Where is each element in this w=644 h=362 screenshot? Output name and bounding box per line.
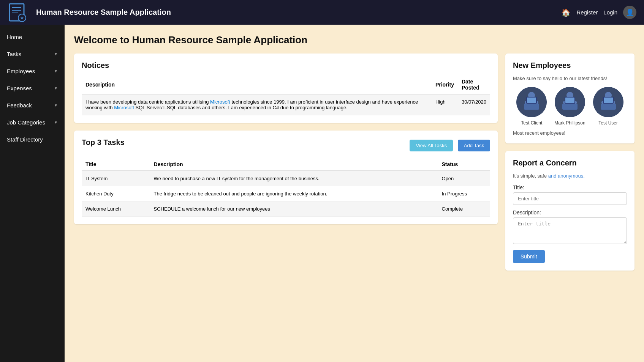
task-status: Open bbox=[438, 171, 490, 186]
add-task-button[interactable]: Add Task bbox=[458, 140, 490, 151]
new-employees-title: New Employees bbox=[513, 61, 627, 70]
tasks-col-description: Description bbox=[150, 158, 438, 171]
tasks-col-status: Status bbox=[438, 158, 490, 171]
sidebar-item-label: Tasks bbox=[7, 51, 21, 57]
concern-subtitle-link: and anonymous. bbox=[548, 173, 585, 179]
table-row: I have been developing data centric appl… bbox=[82, 94, 490, 115]
svg-rect-12 bbox=[527, 98, 536, 103]
notices-title: Notices bbox=[82, 61, 490, 70]
notice-date: 30/07/2020 bbox=[458, 94, 490, 115]
report-concern-subtitle: It's simple, safe and anonymous. bbox=[513, 173, 627, 179]
svg-rect-23 bbox=[601, 104, 616, 110]
employee-avatars: Test Client Mark Phillipson bbox=[513, 87, 627, 126]
submit-button[interactable]: Submit bbox=[513, 250, 545, 263]
notices-col-priority: Priority bbox=[432, 76, 458, 94]
sidebar-item-label: Home bbox=[7, 34, 22, 40]
top-nav: ★ Human Resource Sample Application 🏠 Re… bbox=[0, 0, 644, 25]
nav-links: 🏠 Register Login 👤 bbox=[561, 6, 636, 19]
report-concern-card: Report a Concern It's simple, safe and a… bbox=[505, 151, 635, 271]
tasks-header: Top 3 Tasks View All Tasks Add Task bbox=[82, 138, 490, 153]
avatar-icon bbox=[516, 87, 547, 117]
logo: ★ bbox=[8, 2, 28, 23]
tasks-title: Top 3 Tasks bbox=[82, 138, 125, 147]
notices-card: Notices Description Priority DatePosted … bbox=[74, 54, 498, 123]
avatar-icon bbox=[593, 87, 623, 117]
task-description: SCHEDULE a welcome lunch for our new emp… bbox=[150, 201, 438, 217]
login-link[interactable]: Login bbox=[603, 9, 617, 16]
task-description: The fridge needs to be cleaned out and p… bbox=[150, 186, 438, 201]
notice-description: I have been developing data centric appl… bbox=[82, 94, 432, 115]
task-title: Kitchen Duty bbox=[82, 186, 150, 201]
register-link[interactable]: Register bbox=[576, 9, 598, 16]
sidebar-item-employees[interactable]: Employees▼ bbox=[0, 63, 65, 80]
sidebar-item-label: Employees bbox=[7, 68, 35, 74]
sidebar-item-home[interactable]: Home bbox=[0, 28, 65, 46]
concern-subtitle-text: It's simple, safe bbox=[513, 173, 548, 179]
svg-rect-9 bbox=[524, 104, 539, 110]
employee-name: Mark Phillipson bbox=[554, 120, 585, 126]
task-description: We need to purchase a new IT system for … bbox=[150, 171, 438, 186]
tasks-buttons: View All Tasks Add Task bbox=[410, 140, 490, 151]
table-row: IT System We need to purchase a new IT s… bbox=[82, 171, 490, 186]
tasks-table: Title Description Status IT System We ne… bbox=[82, 158, 490, 217]
app-logo-icon: ★ bbox=[8, 2, 28, 23]
employee-avatar: Test Client bbox=[516, 87, 547, 126]
employee-avatar: Mark Phillipson bbox=[554, 87, 585, 126]
sidebar-item-staff-directory[interactable]: Staff Directory bbox=[0, 131, 65, 148]
sidebar-item-feedback[interactable]: Feedback▼ bbox=[0, 97, 65, 114]
table-row: Welcome Lunch SCHEDULE a welcome lunch f… bbox=[82, 201, 490, 217]
notices-col-description: Description bbox=[82, 76, 432, 94]
svg-rect-16 bbox=[562, 104, 578, 110]
tasks-col-title: Title bbox=[82, 158, 150, 171]
notices-table: Description Priority DatePosted I have b… bbox=[82, 76, 490, 115]
employee-name: Test Client bbox=[521, 120, 542, 126]
task-status: Complete bbox=[438, 201, 490, 217]
sidebar-item-label: Expenses bbox=[7, 85, 32, 91]
new-employees-card: New Employees Make sure to say hello to … bbox=[505, 54, 635, 143]
concern-description-textarea[interactable] bbox=[513, 217, 627, 244]
employee-avatar: Test User bbox=[593, 87, 623, 126]
content-grid: Notices Description Priority DatePosted … bbox=[74, 54, 635, 271]
task-title: Welcome Lunch bbox=[82, 201, 150, 217]
title-label: Title: bbox=[513, 184, 627, 190]
home-icon[interactable]: 🏠 bbox=[561, 8, 571, 17]
notices-col-date: DatePosted bbox=[458, 76, 490, 94]
notice-priority: High bbox=[432, 94, 458, 115]
new-employees-subtitle: Make sure to say hello to our latest fri… bbox=[513, 76, 627, 81]
table-row: Kitchen Duty The fridge needs to be clea… bbox=[82, 186, 490, 201]
app-title: Human Resource Sample Application bbox=[36, 8, 561, 17]
task-title: IT System bbox=[82, 171, 150, 186]
chevron-down-icon: ▼ bbox=[54, 86, 58, 90]
sidebar-item-label: Feedback bbox=[7, 102, 32, 109]
right-column: New Employees Make sure to say hello to … bbox=[505, 54, 635, 271]
chevron-down-icon: ▼ bbox=[54, 120, 58, 124]
main-layout: HomeTasks▼Employees▼Expenses▼Feedback▼Jo… bbox=[0, 25, 644, 362]
svg-rect-26 bbox=[604, 98, 613, 103]
sidebar-item-label: Job Categories bbox=[7, 119, 45, 126]
sidebar: HomeTasks▼Employees▼Expenses▼Feedback▼Jo… bbox=[0, 25, 65, 362]
svg-text:★: ★ bbox=[20, 16, 24, 20]
employee-name: Test User bbox=[598, 120, 618, 126]
sidebar-item-job-categories[interactable]: Job Categories▼ bbox=[0, 114, 65, 131]
description-label: Description: bbox=[513, 209, 627, 216]
chevron-down-icon: ▼ bbox=[54, 103, 58, 107]
view-all-tasks-button[interactable]: View All Tasks bbox=[410, 140, 453, 151]
concern-title-input[interactable] bbox=[513, 192, 627, 205]
page-title: Welcome to Human Resource Sample Applica… bbox=[74, 34, 635, 46]
sidebar-item-label: Staff Directory bbox=[7, 136, 43, 143]
report-concern-title: Report a Concern bbox=[513, 159, 627, 167]
left-column: Notices Description Priority DatePosted … bbox=[74, 54, 498, 271]
most-recent-label: Most recent employees! bbox=[513, 130, 627, 136]
svg-rect-19 bbox=[565, 98, 574, 103]
content-area: Welcome to Human Resource Sample Applica… bbox=[65, 25, 644, 362]
sidebar-item-expenses[interactable]: Expenses▼ bbox=[0, 80, 65, 97]
avatar bbox=[593, 87, 623, 117]
task-status: In Progress bbox=[438, 186, 490, 201]
tasks-card: Top 3 Tasks View All Tasks Add Task Titl… bbox=[74, 131, 498, 224]
avatar bbox=[555, 87, 585, 117]
sidebar-item-tasks[interactable]: Tasks▼ bbox=[0, 46, 65, 63]
avatar-icon bbox=[555, 87, 585, 117]
chevron-down-icon: ▼ bbox=[54, 52, 58, 56]
user-avatar-icon[interactable]: 👤 bbox=[623, 6, 636, 19]
avatar bbox=[516, 87, 547, 117]
